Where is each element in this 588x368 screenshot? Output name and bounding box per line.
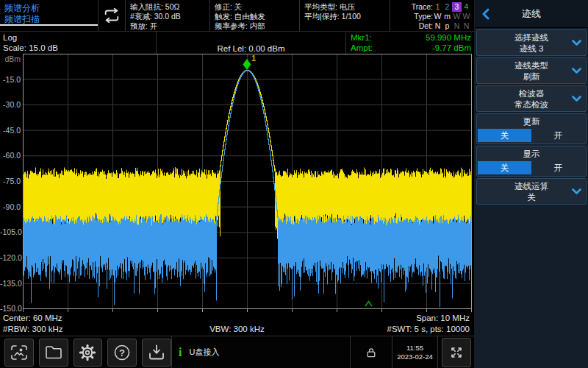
correction: 修正: 关 xyxy=(215,2,295,12)
det-row: Det: N p N N xyxy=(395,21,471,31)
update-off-toggle[interactable]: 关 xyxy=(478,129,531,142)
bottom-toolbar: ? i U盘接入 xyxy=(0,336,474,368)
chevron-left-icon xyxy=(482,8,490,20)
main-area: 频谱分析 频谱扫描 输入阻抗: 50Ω #衰减: 30.0 dB 预放: 开 修… xyxy=(0,0,474,368)
y-tick: -120.0 xyxy=(0,254,21,262)
scale-value: Scale: 15.0 dB xyxy=(3,43,153,53)
screenshot-button[interactable] xyxy=(4,339,34,367)
ref-level: Ref Lel: 0.00 dBm xyxy=(217,44,284,53)
input-impedance: 输入阻抗: 50Ω xyxy=(130,2,205,12)
time: 11:55 xyxy=(406,344,423,353)
mode-menu[interactable]: 频谱分析 频谱扫描 xyxy=(0,0,98,31)
trace-row: Trace: 1 2 3 4 xyxy=(395,2,471,12)
det-row-label: Det: xyxy=(419,21,433,31)
display-on-toggle[interactable]: 开 xyxy=(531,161,585,174)
file-manager-button[interactable] xyxy=(39,339,68,367)
screenshot-icon xyxy=(10,344,28,361)
gear-icon xyxy=(79,344,96,361)
usb-status: i U盘接入 xyxy=(172,336,350,368)
menu-item-update: 更新 关 开 xyxy=(476,113,587,144)
info-icon: i xyxy=(179,346,182,359)
item-label: 迹线运算 xyxy=(477,181,586,192)
fullscreen-button[interactable] xyxy=(442,338,471,367)
trace-3-id-selected: 3 xyxy=(452,2,462,12)
y-tick: -105.0 xyxy=(0,228,21,236)
preamp: 预放: 开 xyxy=(130,21,205,31)
chevron-down-icon xyxy=(572,40,581,46)
lock-icon xyxy=(365,347,377,358)
date: 2023-02-24 xyxy=(397,353,433,361)
y-tick: -15.0 xyxy=(0,76,21,84)
svg-text:1: 1 xyxy=(251,54,256,63)
item-label: 显示 xyxy=(477,149,586,160)
continuous-sweep-loop-icon xyxy=(103,7,121,24)
marker-name: Mkr1: xyxy=(351,32,372,43)
lock-status[interactable] xyxy=(351,336,392,368)
type-row: Type: W m W W xyxy=(395,12,471,21)
marker-ampt: -9.77 dBm xyxy=(432,43,471,53)
menu-item-trace-math[interactable]: 迹线运算 关 xyxy=(476,178,587,205)
marker-1-diamond[interactable]: 1 xyxy=(243,54,256,70)
scale-marker-strip: Log Scale: 15.0 dB Ref Lel: 0.00 dBm Mkr… xyxy=(0,32,474,54)
help-button[interactable]: ? xyxy=(107,339,137,367)
trace-1-id: 1 xyxy=(433,2,442,12)
item-label: 更新 xyxy=(477,116,586,127)
chevron-down-icon xyxy=(572,68,581,74)
menu-item-detector[interactable]: 检波器 常态检波 xyxy=(476,85,587,112)
item-value: 关 xyxy=(477,192,586,203)
update-on-toggle[interactable]: 开 xyxy=(531,129,585,142)
menu-header[interactable]: 迹线 xyxy=(475,0,588,28)
item-label: 选择迹线 xyxy=(477,32,586,43)
y-tick: -30.0 xyxy=(0,101,21,109)
save-button[interactable] xyxy=(142,339,171,367)
spectrum-chart: dBm -15.0 -30.0 -45.0 -60.0 -75.0 -90.0 … xyxy=(0,54,474,312)
marker-ampt-label: Ampt: xyxy=(351,43,373,53)
marker-freq: 59.990 MHz xyxy=(426,32,471,43)
correction-params: 修正: 关 触发: 自由触发 频率参考: 内部 xyxy=(209,0,299,31)
avg-type: 平均类型: 电压 xyxy=(304,2,385,12)
freq-reference: 频率参考: 内部 xyxy=(215,21,295,31)
clock[interactable]: 11:55 2023-02-24 xyxy=(392,336,437,368)
help-icon: ? xyxy=(113,344,131,361)
aux-marker-caret xyxy=(365,302,372,307)
menu-item-display: 显示 关 开 xyxy=(476,146,587,177)
vbw: VBW: 300 kHz xyxy=(3,324,471,335)
settings-button[interactable] xyxy=(74,339,103,367)
item-value: 迹线 3 xyxy=(477,43,586,54)
mode-line1[interactable]: 频谱分析 xyxy=(4,3,93,14)
mode-underline xyxy=(0,24,98,26)
svg-text:?: ? xyxy=(119,347,125,358)
toolbar-buttons: ? xyxy=(0,336,171,368)
average-params: 平均类型: 电压 平均|保持: 1/100 xyxy=(299,0,390,31)
top-status-bar: 频谱分析 频谱扫描 输入阻抗: 50Ω #衰减: 30.0 dB 预放: 开 修… xyxy=(0,0,474,32)
chevron-down-icon xyxy=(572,96,581,102)
input-params: 输入阻抗: 50Ω #衰减: 30.0 dB 预放: 开 xyxy=(125,0,209,31)
item-label: 迹线类型 xyxy=(477,60,586,71)
avg-hold: 平均|保持: 1/100 xyxy=(304,12,385,21)
menu-title: 迹线 xyxy=(522,7,541,21)
y-axis-unit: dBm xyxy=(0,55,21,63)
item-label: 检波器 xyxy=(477,88,586,99)
ref-level-cell: Ref Lel: 0.00 dBm xyxy=(156,32,345,54)
y-tick: -45.0 xyxy=(0,127,21,135)
y-tick: -150.0 xyxy=(0,305,21,313)
menu-item-select-trace[interactable]: 选择迹线 迹线 3 xyxy=(476,29,587,56)
sweep-mode-cell[interactable] xyxy=(98,0,125,31)
spectrum-analyzer-app: 频谱分析 频谱扫描 输入阻抗: 50Ω #衰减: 30.0 dB 预放: 开 修… xyxy=(0,0,588,368)
mode-line2[interactable]: 频谱扫描 xyxy=(4,14,93,25)
scale-info: Log Scale: 15.0 dB xyxy=(0,32,156,54)
expand-arrows-icon xyxy=(448,344,465,361)
sweep-annotations: Center: 60 MHz Span: 10 MHz VBW: 300 kHz… xyxy=(0,312,474,336)
usb-status-text: U盘接入 xyxy=(189,347,219,358)
trace-status-table: Trace: 1 2 3 4 Type: W m W W Det: N p xyxy=(390,0,474,31)
save-download-icon xyxy=(148,344,165,361)
spectrum-plot[interactable]: 1 xyxy=(23,54,472,313)
trace-row-label: Trace: xyxy=(412,2,433,12)
attenuation: #衰减: 30.0 dB xyxy=(130,12,205,21)
display-off-toggle[interactable]: 关 xyxy=(478,161,531,174)
trace-menu-panel: 迹线 选择迹线 迹线 3 迹线类型 刷新 检波器 常态检波 更新 关 开 显示 xyxy=(474,0,588,368)
y-tick: -60.0 xyxy=(0,152,21,160)
item-value: 刷新 xyxy=(477,71,586,82)
fullscreen-area xyxy=(438,336,474,368)
menu-item-trace-type[interactable]: 迹线类型 刷新 xyxy=(476,57,587,84)
